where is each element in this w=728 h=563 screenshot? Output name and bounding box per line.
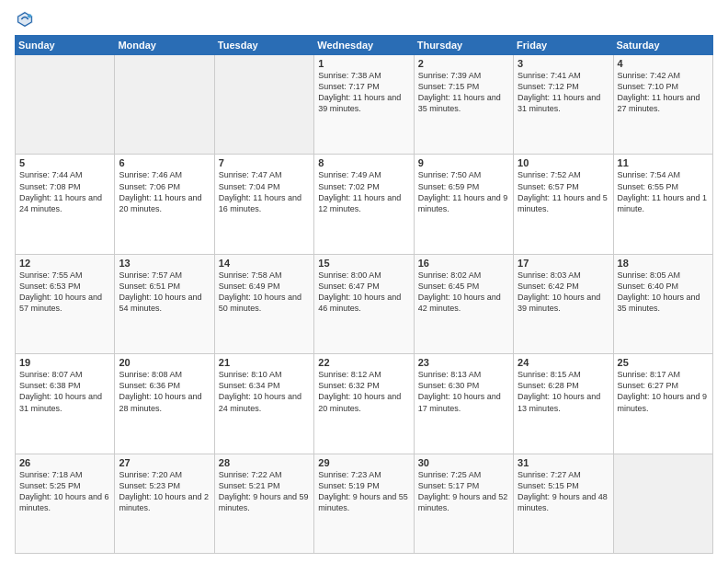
cell-content: Sunrise: 8:13 AM Sunset: 6:30 PM Dayligh… <box>418 369 509 414</box>
cell-content: Sunrise: 7:27 AM Sunset: 5:15 PM Dayligh… <box>518 469 609 514</box>
calendar-day-header: Friday <box>514 36 613 55</box>
day-number: 9 <box>418 157 509 168</box>
calendar-cell: 17Sunrise: 8:03 AM Sunset: 6:42 PM Dayli… <box>514 254 613 353</box>
page: SundayMondayTuesdayWednesdayThursdayFrid… <box>0 0 728 563</box>
calendar-week-row: 1Sunrise: 7:38 AM Sunset: 7:17 PM Daylig… <box>16 55 713 155</box>
calendar-day-header: Monday <box>115 36 214 55</box>
calendar-cell: 1Sunrise: 7:38 AM Sunset: 7:17 PM Daylig… <box>314 55 414 155</box>
day-number: 27 <box>119 457 210 468</box>
day-number: 6 <box>119 157 210 168</box>
day-number: 16 <box>418 258 509 269</box>
calendar-week-row: 19Sunrise: 8:07 AM Sunset: 6:38 PM Dayli… <box>16 354 713 454</box>
calendar-cell: 2Sunrise: 7:39 AM Sunset: 7:15 PM Daylig… <box>414 55 513 155</box>
svg-marker-0 <box>17 11 33 28</box>
cell-content: Sunrise: 7:44 AM Sunset: 7:08 PM Dayligh… <box>19 169 110 214</box>
day-number: 18 <box>618 258 709 269</box>
day-number: 31 <box>518 457 609 468</box>
day-number: 30 <box>418 457 509 468</box>
day-number: 21 <box>219 357 310 368</box>
calendar-cell: 27Sunrise: 7:20 AM Sunset: 5:23 PM Dayli… <box>115 454 214 553</box>
svg-point-2 <box>28 14 31 17</box>
header <box>15 9 713 29</box>
calendar-cell: 24Sunrise: 8:15 AM Sunset: 6:28 PM Dayli… <box>514 354 613 454</box>
day-number: 3 <box>518 58 609 69</box>
day-number: 14 <box>219 258 310 269</box>
day-number: 25 <box>618 357 709 368</box>
cell-content: Sunrise: 7:38 AM Sunset: 7:17 PM Dayligh… <box>318 70 409 115</box>
day-number: 1 <box>318 58 409 69</box>
day-number: 17 <box>518 258 609 269</box>
day-number: 4 <box>618 58 709 69</box>
calendar-cell: 12Sunrise: 7:55 AM Sunset: 6:53 PM Dayli… <box>16 254 115 353</box>
calendar-week-row: 26Sunrise: 7:18 AM Sunset: 5:25 PM Dayli… <box>16 454 713 553</box>
day-number: 22 <box>318 357 409 368</box>
calendar-cell: 11Sunrise: 7:54 AM Sunset: 6:55 PM Dayli… <box>613 155 712 254</box>
calendar-cell: 30Sunrise: 7:25 AM Sunset: 5:17 PM Dayli… <box>414 454 513 553</box>
day-number: 24 <box>518 357 609 368</box>
calendar-cell <box>214 55 313 155</box>
cell-content: Sunrise: 7:39 AM Sunset: 7:15 PM Dayligh… <box>418 70 509 115</box>
day-number: 28 <box>219 457 310 468</box>
calendar-week-row: 12Sunrise: 7:55 AM Sunset: 6:53 PM Dayli… <box>16 254 713 353</box>
calendar-cell: 20Sunrise: 8:08 AM Sunset: 6:36 PM Dayli… <box>115 354 214 454</box>
calendar-cell <box>16 55 115 155</box>
logo-icon <box>15 9 35 29</box>
cell-content: Sunrise: 8:03 AM Sunset: 6:42 PM Dayligh… <box>518 270 609 315</box>
calendar-cell: 10Sunrise: 7:52 AM Sunset: 6:57 PM Dayli… <box>514 155 613 254</box>
calendar-week-row: 5Sunrise: 7:44 AM Sunset: 7:08 PM Daylig… <box>16 155 713 254</box>
cell-content: Sunrise: 8:10 AM Sunset: 6:34 PM Dayligh… <box>219 369 310 414</box>
cell-content: Sunrise: 8:00 AM Sunset: 6:47 PM Dayligh… <box>318 270 409 315</box>
cell-content: Sunrise: 7:50 AM Sunset: 6:59 PM Dayligh… <box>418 169 509 214</box>
cell-content: Sunrise: 8:02 AM Sunset: 6:45 PM Dayligh… <box>418 270 509 315</box>
cell-content: Sunrise: 7:20 AM Sunset: 5:23 PM Dayligh… <box>119 469 210 514</box>
day-number: 10 <box>518 157 609 168</box>
calendar-cell: 22Sunrise: 8:12 AM Sunset: 6:32 PM Dayli… <box>314 354 414 454</box>
calendar-day-header: Wednesday <box>314 36 414 55</box>
cell-content: Sunrise: 7:18 AM Sunset: 5:25 PM Dayligh… <box>19 469 110 514</box>
calendar-cell: 31Sunrise: 7:27 AM Sunset: 5:15 PM Dayli… <box>514 454 613 553</box>
calendar-cell: 23Sunrise: 8:13 AM Sunset: 6:30 PM Dayli… <box>414 354 513 454</box>
day-number: 29 <box>318 457 409 468</box>
cell-content: Sunrise: 8:15 AM Sunset: 6:28 PM Dayligh… <box>518 369 609 414</box>
cell-content: Sunrise: 7:25 AM Sunset: 5:17 PM Dayligh… <box>418 469 509 514</box>
cell-content: Sunrise: 7:55 AM Sunset: 6:53 PM Dayligh… <box>19 270 110 315</box>
cell-content: Sunrise: 7:41 AM Sunset: 7:12 PM Dayligh… <box>518 70 609 115</box>
cell-content: Sunrise: 7:57 AM Sunset: 6:51 PM Dayligh… <box>119 270 210 315</box>
cell-content: Sunrise: 8:07 AM Sunset: 6:38 PM Dayligh… <box>19 369 110 414</box>
calendar-day-header: Saturday <box>613 36 712 55</box>
calendar-cell <box>613 454 712 553</box>
cell-content: Sunrise: 8:05 AM Sunset: 6:40 PM Dayligh… <box>618 270 709 315</box>
calendar-cell: 15Sunrise: 8:00 AM Sunset: 6:47 PM Dayli… <box>314 254 414 353</box>
calendar-cell: 13Sunrise: 7:57 AM Sunset: 6:51 PM Dayli… <box>115 254 214 353</box>
calendar-day-header: Sunday <box>16 36 115 55</box>
day-number: 5 <box>19 157 110 168</box>
cell-content: Sunrise: 7:46 AM Sunset: 7:06 PM Dayligh… <box>119 169 210 214</box>
day-number: 19 <box>19 357 110 368</box>
calendar-cell: 18Sunrise: 8:05 AM Sunset: 6:40 PM Dayli… <box>613 254 712 353</box>
calendar-cell <box>115 55 214 155</box>
day-number: 13 <box>119 258 210 269</box>
calendar-header-row: SundayMondayTuesdayWednesdayThursdayFrid… <box>16 36 713 55</box>
calendar-cell: 26Sunrise: 7:18 AM Sunset: 5:25 PM Dayli… <box>16 454 115 553</box>
cell-content: Sunrise: 8:08 AM Sunset: 6:36 PM Dayligh… <box>119 369 210 414</box>
calendar-cell: 8Sunrise: 7:49 AM Sunset: 7:02 PM Daylig… <box>314 155 414 254</box>
day-number: 8 <box>318 157 409 168</box>
calendar-cell: 9Sunrise: 7:50 AM Sunset: 6:59 PM Daylig… <box>414 155 513 254</box>
day-number: 7 <box>219 157 310 168</box>
day-number: 15 <box>318 258 409 269</box>
calendar-day-header: Thursday <box>414 36 513 55</box>
calendar-cell: 28Sunrise: 7:22 AM Sunset: 5:21 PM Dayli… <box>214 454 313 553</box>
calendar-cell: 7Sunrise: 7:47 AM Sunset: 7:04 PM Daylig… <box>214 155 313 254</box>
day-number: 12 <box>19 258 110 269</box>
calendar-cell: 5Sunrise: 7:44 AM Sunset: 7:08 PM Daylig… <box>16 155 115 254</box>
calendar-cell: 14Sunrise: 7:58 AM Sunset: 6:49 PM Dayli… <box>214 254 313 353</box>
cell-content: Sunrise: 7:54 AM Sunset: 6:55 PM Dayligh… <box>618 169 709 214</box>
calendar-day-header: Tuesday <box>214 36 313 55</box>
cell-content: Sunrise: 7:22 AM Sunset: 5:21 PM Dayligh… <box>219 469 310 514</box>
cell-content: Sunrise: 7:52 AM Sunset: 6:57 PM Dayligh… <box>518 169 609 214</box>
cell-content: Sunrise: 7:42 AM Sunset: 7:10 PM Dayligh… <box>618 70 709 115</box>
day-number: 26 <box>19 457 110 468</box>
cell-content: Sunrise: 7:49 AM Sunset: 7:02 PM Dayligh… <box>318 169 409 214</box>
cell-content: Sunrise: 7:47 AM Sunset: 7:04 PM Dayligh… <box>219 169 310 214</box>
cell-content: Sunrise: 8:12 AM Sunset: 6:32 PM Dayligh… <box>318 369 409 414</box>
